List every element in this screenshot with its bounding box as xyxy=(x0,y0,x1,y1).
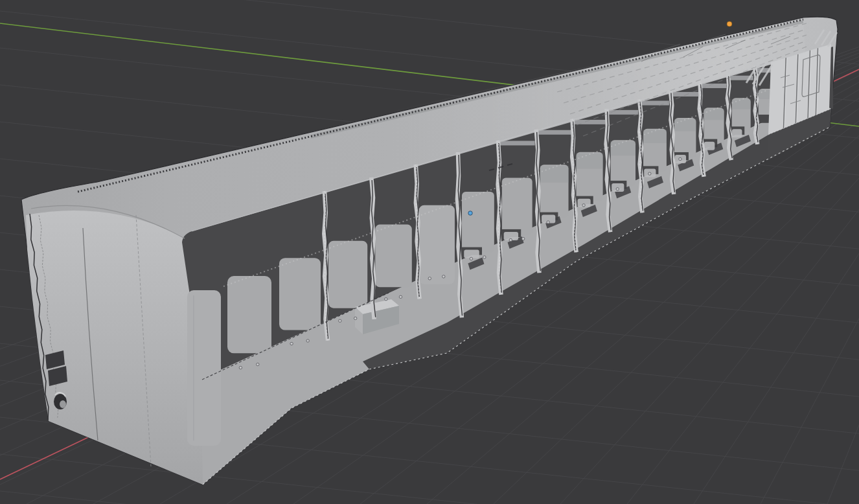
seat-back xyxy=(464,250,479,258)
3d-viewport[interactable] xyxy=(0,0,859,504)
window-shadow xyxy=(643,130,667,143)
seat-back xyxy=(704,142,715,150)
seat-back xyxy=(732,129,742,137)
rivet xyxy=(257,363,259,365)
rivet xyxy=(582,204,585,207)
door-opening[interactable] xyxy=(187,290,221,446)
window-shadow xyxy=(540,166,569,183)
ceiling-strip xyxy=(538,130,571,135)
window-shadow xyxy=(704,109,724,120)
rivet xyxy=(290,342,293,345)
door-opening[interactable] xyxy=(419,205,455,284)
rivet xyxy=(547,221,549,223)
ceiling-strip xyxy=(672,92,699,97)
rivet xyxy=(428,277,431,280)
rivet xyxy=(679,157,681,160)
rivet xyxy=(648,172,651,175)
rivet xyxy=(339,319,341,322)
rivet xyxy=(483,256,486,258)
window-opening[interactable] xyxy=(227,276,271,353)
window-opening[interactable] xyxy=(502,178,533,235)
origin-marker-blue[interactable] xyxy=(468,211,472,215)
window-shadow xyxy=(611,141,636,155)
cab-coupler-hole-inner xyxy=(60,400,66,408)
rivet xyxy=(521,237,524,240)
ceiling-strip xyxy=(641,101,669,106)
rivet xyxy=(399,295,402,298)
window-shadow xyxy=(732,99,751,109)
window-opening[interactable] xyxy=(462,192,494,252)
scene-svg[interactable] xyxy=(0,0,859,504)
rivet xyxy=(509,238,512,241)
rivet xyxy=(239,366,242,369)
window-shadow xyxy=(577,154,603,169)
rivet xyxy=(385,298,387,301)
window-shadow xyxy=(674,119,696,132)
window-opening[interactable] xyxy=(375,225,412,288)
window-opening[interactable] xyxy=(279,258,321,330)
ceiling-strip xyxy=(608,110,638,115)
rivet xyxy=(354,317,356,319)
rivet xyxy=(442,275,445,278)
window-opening[interactable] xyxy=(328,241,367,308)
origin-marker-orange[interactable] xyxy=(727,21,732,27)
ceiling-strip xyxy=(499,141,535,145)
rivet xyxy=(306,339,309,342)
rivet xyxy=(470,257,472,260)
rivet xyxy=(616,188,619,190)
